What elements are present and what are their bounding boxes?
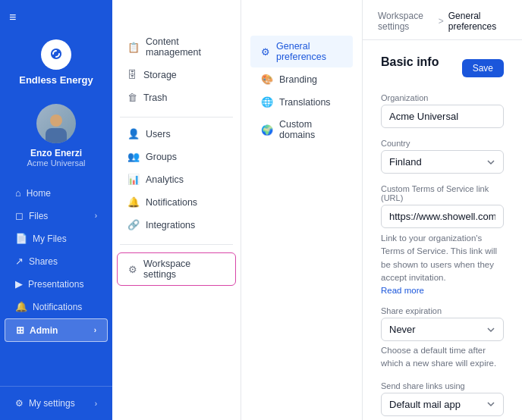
sidebar-item-admin[interactable]: ⊞ Admin › <box>5 318 108 342</box>
sidebar-bottom: ⚙ My settings › <box>0 386 112 420</box>
submenu-item-storage[interactable]: 🗄 Storage <box>117 64 236 86</box>
section-title-basic-info: Basic info <box>381 55 439 69</box>
files-chevron-icon: › <box>95 212 97 220</box>
sidebar-menu-icon[interactable]: ≡ <box>9 11 16 24</box>
company-logo <box>41 39 71 70</box>
groups-icon: 👥 <box>127 151 140 162</box>
my-settings-chevron-icon: › <box>95 400 97 408</box>
presentations-icon: ▶ <box>15 278 23 290</box>
admin-submenu: 📋 Content management 🗄 Storage 🗑 Trash 👤… <box>112 0 241 420</box>
admin-icon: ⊞ <box>16 324 24 336</box>
general-prefs-icon: ⚙ <box>261 46 270 58</box>
sidebar-navigation: ⌂ Home ◻ Files › 📄 My Files ↗ Shares ▶ P… <box>0 178 112 386</box>
form-group-tos: Custom Terms of Service link (URL) Link … <box>381 184 504 296</box>
share-expiration-help: Choose a default time after which a new … <box>381 344 504 371</box>
submenu-item-users[interactable]: 👤 Users <box>117 123 236 145</box>
submenu-item-notifications[interactable]: 🔔 Notifications <box>117 191 236 213</box>
submenu-divider-2 <box>120 244 233 245</box>
translations-icon: 🌐 <box>261 96 273 108</box>
sidebar-item-home[interactable]: ⌂ Home <box>5 182 108 204</box>
breadcrumb-parent[interactable]: Workspace settings <box>378 11 434 32</box>
submenu-item-workspace-settings[interactable]: ⚙ Workspace settings <box>117 252 236 286</box>
main-body: Basic info Save Organization Country Fin… <box>363 40 522 420</box>
home-icon: ⌂ <box>15 187 21 199</box>
tab-branding[interactable]: 🎨 Branding <box>250 68 353 90</box>
integrations-icon: 🔗 <box>127 219 140 230</box>
branding-icon: 🎨 <box>261 74 273 85</box>
breadcrumb-current: General preferences <box>448 11 507 32</box>
sidebar-item-my-settings[interactable]: ⚙ My settings › <box>5 393 108 414</box>
tos-help-text: Link to your organization's Terms of Ser… <box>381 232 504 284</box>
form-group-send-share-links: Send share links using Default mail app … <box>381 381 504 421</box>
submenu-section-users: 👤 Users 👥 Groups 📊 Analytics 🔔 Notificat… <box>112 122 241 237</box>
avatar <box>36 104 76 143</box>
share-expiration-label: Share expiration <box>381 306 504 315</box>
files-icon: ◻ <box>15 210 24 221</box>
storage-icon: 🗄 <box>127 69 137 80</box>
shares-icon: ↗ <box>15 255 24 267</box>
sidebar-item-shares[interactable]: ↗ Shares <box>5 250 108 272</box>
organization-label: Organization <box>381 93 504 102</box>
submenu-item-integrations[interactable]: 🔗 Integrations <box>117 214 236 236</box>
sidebar-item-files[interactable]: ◻ Files › <box>5 205 108 227</box>
send-share-links-select[interactable]: Default mail app <box>381 393 504 416</box>
notifications-icon: 🔔 <box>15 301 27 312</box>
company-name: Endless Energy <box>19 74 93 86</box>
save-button[interactable]: Save <box>462 59 504 77</box>
settings-icon: ⚙ <box>15 398 24 409</box>
submenu-section-workspace: ⚙ Workspace settings <box>112 249 241 289</box>
country-select[interactable]: Finland <box>381 150 504 174</box>
form-group-organization: Organization <box>381 93 504 128</box>
tos-input[interactable] <box>381 205 504 228</box>
my-files-icon: 📄 <box>15 233 27 244</box>
submenu-item-analytics[interactable]: 📊 Analytics <box>117 168 236 190</box>
organization-input[interactable] <box>381 105 504 128</box>
user-company: Acme Universal <box>27 158 85 168</box>
country-label: Country <box>381 139 504 148</box>
workspace-settings-icon: ⚙ <box>128 264 137 275</box>
submenu-item-trash[interactable]: 🗑 Trash <box>117 86 236 108</box>
form-group-share-expiration: Share expiration Never Choose a default … <box>381 306 504 371</box>
tab-general-preferences[interactable]: ⚙ General preferences <box>250 36 353 67</box>
custom-domains-icon: 🌍 <box>261 124 273 136</box>
tab-custom-domains[interactable]: 🌍 Custom domains <box>250 114 353 146</box>
sidebar-item-my-files[interactable]: 📄 My Files <box>5 227 108 249</box>
breadcrumb: Workspace settings > General preferences <box>363 0 522 40</box>
form-group-country: Country Finland <box>381 139 504 174</box>
submenu-item-groups[interactable]: 👥 Groups <box>117 146 236 168</box>
submenu-divider-1 <box>120 117 233 118</box>
read-more-link[interactable]: Read more <box>381 286 424 295</box>
sidebar-item-presentations[interactable]: ▶ Presentations <box>5 273 108 295</box>
content-management-icon: 📋 <box>127 42 140 53</box>
tab-translations[interactable]: 🌐 Translations <box>250 91 353 113</box>
user-name: Enzo Enerzi <box>30 148 82 158</box>
tos-label: Custom Terms of Service link (URL) <box>381 184 504 202</box>
sidebar-item-notifications[interactable]: 🔔 Notifications <box>5 296 108 318</box>
sidebar: ≡ Endless Energy Enzo Enerzi Acme Univer… <box>0 0 112 420</box>
analytics-icon: 📊 <box>127 174 140 185</box>
admin-chevron-icon: › <box>94 326 96 334</box>
share-expiration-select[interactable]: Never <box>381 318 504 341</box>
workspace-settings-nav: ⚙ General preferences 🎨 Branding 🌐 Trans… <box>241 0 363 420</box>
main-content: Workspace settings > General preferences… <box>363 0 522 420</box>
notifications-sub-icon: 🔔 <box>127 196 140 208</box>
submenu-item-content-management[interactable]: 📋 Content management <box>117 31 236 63</box>
send-share-links-label: Send share links using <box>381 381 504 390</box>
submenu-section-content: 📋 Content management 🗄 Storage 🗑 Trash <box>112 30 241 109</box>
breadcrumb-separator: > <box>439 16 444 27</box>
users-icon: 👤 <box>127 128 140 139</box>
trash-icon: 🗑 <box>127 92 137 103</box>
